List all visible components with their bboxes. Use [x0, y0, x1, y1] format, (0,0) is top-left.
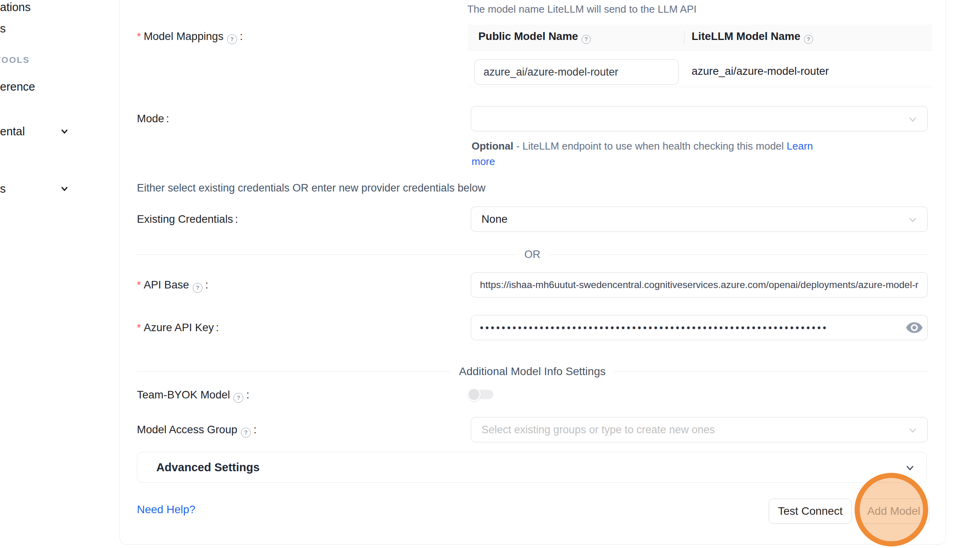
public-model-name-header: Public Model Name?: [478, 30, 591, 44]
additional-model-info-divider: Additional Model Info Settings: [137, 366, 928, 377]
litellm-model-name-value: azure_ai/azure-model-router: [692, 65, 829, 78]
azure-api-key-input[interactable]: [471, 315, 928, 340]
team-byok-toggle[interactable]: [468, 388, 494, 401]
api-base-input[interactable]: [471, 272, 928, 298]
chevron-down-icon: [907, 114, 919, 125]
advanced-settings-panel[interactable]: Advanced Settings: [137, 452, 927, 483]
litellm-model-name-header: LiteLLM Model Name?: [692, 30, 814, 44]
sidebar-item-integrations[interactable]: ations: [0, 0, 30, 14]
toggle-knob: [467, 388, 481, 401]
or-divider: OR: [137, 248, 928, 260]
chevron-down-icon: [907, 214, 919, 226]
table-bottom-border: [468, 87, 932, 87]
mode-help-text: Optional - LiteLLM endpoint to use when …: [472, 138, 931, 169]
required-asterisk: *: [137, 30, 141, 42]
help-icon[interactable]: ?: [227, 34, 237, 44]
existing-credentials-select[interactable]: None: [471, 207, 928, 232]
existing-credentials-label: Existing Credentials:: [137, 212, 238, 227]
model-mappings-table-header: Public Model Name? LiteLLM Model Name?: [468, 25, 932, 51]
add-model-page: ations s TOOLS erence ental s The model …: [0, 0, 980, 548]
credentials-helper-text: Either select existing credentials OR en…: [137, 182, 485, 194]
azure-api-key-label: *Azure API Key:: [137, 320, 219, 335]
model-name-helper-text: The model name LiteLLM will send to the …: [467, 3, 697, 15]
chevron-down-icon: [907, 425, 919, 436]
help-icon[interactable]: ?: [241, 428, 251, 438]
mode-label: Mode:: [137, 111, 169, 126]
help-icon[interactable]: ?: [233, 393, 243, 403]
chevron-down-icon: [904, 463, 916, 474]
sidebar-item-experimental[interactable]: ental: [0, 124, 25, 138]
model-mappings-label: *Model Mappings?:: [137, 29, 243, 44]
chevron-down-icon[interactable]: [59, 126, 70, 137]
test-connect-button[interactable]: Test Connect: [769, 499, 852, 524]
column-divider: [684, 31, 684, 44]
required-asterisk: *: [137, 279, 141, 291]
team-byok-label: Team-BYOK Model?:: [137, 387, 249, 403]
sidebar-section-tools: TOOLS: [0, 54, 30, 66]
help-icon[interactable]: ?: [193, 283, 203, 293]
model-access-group-label: Model Access Group?:: [137, 422, 256, 438]
sidebar-item-settings[interactable]: s: [0, 182, 6, 196]
chevron-down-icon[interactable]: [59, 184, 70, 194]
learn-more-link[interactable]: more: [472, 155, 495, 167]
help-icon[interactable]: ?: [582, 35, 591, 44]
sidebar-item-reference[interactable]: erence: [0, 80, 35, 94]
sidebar-item-models[interactable]: s: [0, 21, 6, 36]
toggle-password-visibility-eye-icon[interactable]: [905, 319, 923, 336]
need-help-link[interactable]: Need Help?: [137, 503, 195, 516]
help-icon[interactable]: ?: [804, 35, 813, 44]
api-base-label: *API Base?:: [137, 277, 208, 293]
learn-more-link[interactable]: Learn: [787, 140, 813, 152]
add-model-button[interactable]: Add Model: [858, 499, 929, 524]
public-model-name-input[interactable]: [474, 59, 679, 85]
advanced-settings-title: Advanced Settings: [156, 461, 260, 474]
model-access-group-select[interactable]: Select existing groups or type to create…: [471, 417, 928, 442]
mode-select[interactable]: [471, 106, 928, 131]
required-asterisk: *: [137, 322, 141, 334]
